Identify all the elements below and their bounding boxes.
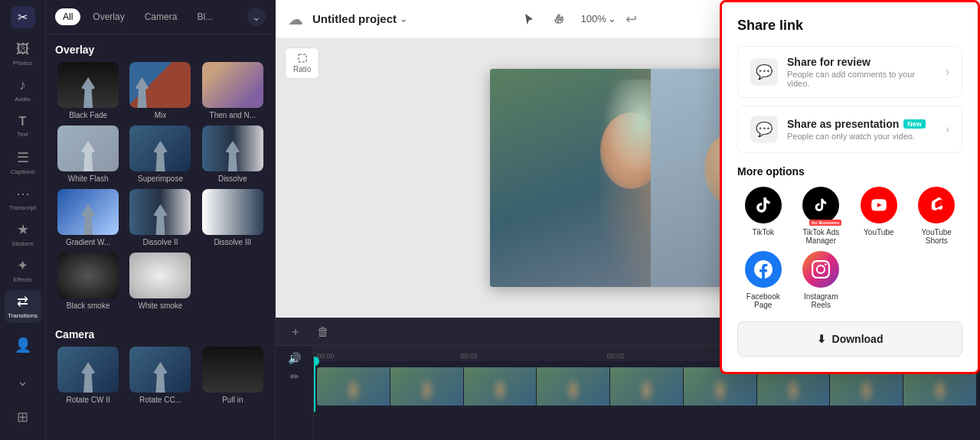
instagram-label: Instagram Reels — [795, 292, 848, 309]
share-review-desc: People can add comments to your video. — [787, 70, 936, 88]
sidebar-item-text[interactable]: T Text — [5, 109, 41, 142]
toolbar-icons — [517, 7, 572, 31]
social-tiktok[interactable]: TikTok — [737, 187, 789, 245]
transition-mix[interactable]: Mix — [127, 62, 193, 119]
export-panel-title: Share link — [737, 18, 962, 34]
transition-pull-in[interactable]: Pull in — [200, 347, 266, 404]
share-presentation-title: Share as presentation New — [787, 118, 936, 130]
pointer-tool[interactable] — [517, 7, 541, 31]
track-frame-1 — [317, 367, 390, 406]
download-icon: ⬇ — [817, 333, 826, 345]
tiktok-ads-label: TikTok Ads Manager — [795, 228, 848, 245]
ratio-button[interactable]: Ratio — [285, 47, 319, 79]
sidebar-item-grid[interactable]: ⊞ — [5, 401, 41, 434]
youtube-label: YouTube — [864, 228, 893, 236]
social-instagram[interactable]: Instagram Reels — [795, 251, 848, 309]
transition-dissolve[interactable]: Dissolve — [200, 125, 266, 183]
share-presentation-icon: 💬 — [750, 116, 778, 143]
camera-section-title: Camera — [46, 319, 275, 347]
sidebar-item-chevron-down[interactable]: ⌄ — [5, 365, 41, 398]
undo-button[interactable]: ↩ — [626, 11, 637, 28]
stickers-icon: ★ — [17, 221, 29, 238]
new-badge: New — [903, 119, 926, 129]
download-button[interactable]: ⬇ Download — [737, 321, 962, 357]
overlay-grid: Black Fade Mix Then and N... White Flash… — [46, 62, 275, 319]
transitions-panel: All Overlay Camera Bl... ⌄ Overlay Black… — [46, 0, 276, 440]
more-options-title: More options — [737, 165, 962, 178]
tiktok-icon — [745, 187, 782, 223]
sidebar-item-effects-label: Effects — [13, 276, 31, 283]
transition-black-smoke[interactable]: Black smoke — [55, 253, 121, 310]
sidebar-item-photos[interactable]: 🖼 Photos — [5, 37, 41, 70]
project-name[interactable]: Untitled project ⌄ — [312, 12, 407, 25]
sidebar-item-transcript[interactable]: ⋯ Transcript — [5, 181, 41, 214]
transition-rotate-cc[interactable]: Rotate CC... — [127, 347, 193, 404]
people-icon: 👤 — [15, 337, 31, 354]
social-grid: TikTok for Business TikTok Ads Manager Y… — [737, 187, 962, 309]
youtube-shorts-icon — [918, 187, 955, 223]
instagram-icon — [802, 251, 839, 288]
zoom-control[interactable]: 100% ⌄ — [581, 13, 616, 24]
add-track-button[interactable]: + — [285, 321, 306, 343]
sidebar-item-captions[interactable]: ☰ Captions — [5, 145, 41, 178]
photos-icon: 🖼 — [16, 41, 30, 57]
export-panel: Share link 💬 Share for review People can… — [720, 0, 980, 374]
transition-dissolve-iii[interactable]: Dissolve III — [200, 189, 266, 246]
share-presentation-chevron: › — [946, 122, 949, 136]
sidebar-item-audio[interactable]: ♪ Audio — [5, 73, 41, 106]
camera-grid: Rotate CW II Rotate CC... Pull in — [46, 347, 275, 413]
filter-blur-button[interactable]: Bl... — [189, 8, 220, 25]
social-facebook[interactable]: Facebook Page — [737, 251, 789, 309]
filter-all-button[interactable]: All — [55, 8, 80, 25]
svg-rect-2 — [299, 54, 306, 62]
sidebar-item-transitions[interactable]: ⇄ Transitions — [5, 290, 41, 323]
overlay-section-title: Overlay — [46, 34, 275, 62]
sidebar-item-transitions-label: Transitions — [8, 312, 38, 319]
sidebar-item-photos-label: Photos — [13, 60, 32, 67]
transition-gradient-w[interactable]: Gradient W... — [55, 189, 121, 246]
sidebar-item-stickers-label: Stickers — [11, 240, 33, 247]
social-youtube-shorts[interactable]: YouTube Shorts — [911, 187, 963, 245]
effects-icon: ✦ — [17, 257, 28, 274]
transition-superimpose[interactable]: Superimpose — [127, 125, 193, 183]
app-logo[interactable]: ✂ — [11, 6, 35, 28]
main-area: ☁ Untitled project ⌄ 100% ⌄ ↩ ↑ Export ? — [276, 0, 980, 440]
sidebar-nav: ✂ 🖼 Photos ♪ Audio T Text ☰ Captions ⋯ T… — [0, 0, 46, 440]
playhead[interactable] — [314, 361, 315, 412]
share-for-review-option[interactable]: 💬 Share for review People can add commen… — [737, 46, 962, 98]
share-review-chevron: › — [946, 65, 949, 79]
track-frame-3 — [464, 367, 537, 406]
sidebar-item-stickers[interactable]: ★ Stickers — [5, 217, 41, 250]
captions-icon: ☰ — [17, 149, 29, 166]
transitions-icon: ⇄ — [17, 293, 28, 310]
social-youtube[interactable]: YouTube — [853, 187, 905, 245]
youtube-shorts-label: YouTube Shorts — [911, 228, 963, 245]
edit-icon[interactable]: ✏ — [290, 370, 299, 383]
transition-rotate-cw[interactable]: Rotate CW II — [55, 347, 121, 404]
cloud-save-icon: ☁ — [288, 10, 303, 28]
sidebar-item-people[interactable]: 👤 — [5, 329, 41, 362]
share-as-presentation-option[interactable]: 💬 Share as presentation New People can o… — [737, 106, 962, 153]
youtube-icon — [861, 187, 897, 223]
sidebar-item-effects[interactable]: ✦ Effects — [5, 253, 41, 286]
share-review-title: Share for review — [787, 56, 936, 68]
filter-more-button[interactable]: ⌄ — [247, 8, 266, 26]
volume-icon[interactable]: 🔊 — [288, 352, 301, 364]
filter-camera-button[interactable]: Camera — [137, 8, 185, 25]
track-frame-2 — [390, 367, 464, 406]
grid-icon: ⊞ — [17, 409, 28, 425]
transition-white-flash[interactable]: White Flash — [55, 125, 121, 183]
transition-dissolve-ii[interactable]: Dissolve II — [127, 189, 193, 246]
hand-tool[interactable] — [547, 7, 572, 31]
delete-button[interactable]: 🗑 — [312, 321, 334, 343]
social-tiktok-ads[interactable]: for Business TikTok Ads Manager — [795, 187, 848, 245]
project-name-chevron: ⌄ — [400, 14, 407, 24]
filter-overlay-button[interactable]: Overlay — [85, 8, 132, 25]
share-review-icon: 💬 — [750, 58, 778, 86]
transition-white-smoke[interactable]: White smoke — [127, 253, 193, 310]
transition-then-n[interactable]: Then and N... — [200, 62, 266, 119]
sidebar-item-transcript-label: Transcript — [9, 204, 36, 211]
track-frame-5 — [610, 367, 684, 406]
text-icon: T — [19, 115, 27, 129]
transition-black-fade[interactable]: Black Fade — [55, 62, 121, 119]
